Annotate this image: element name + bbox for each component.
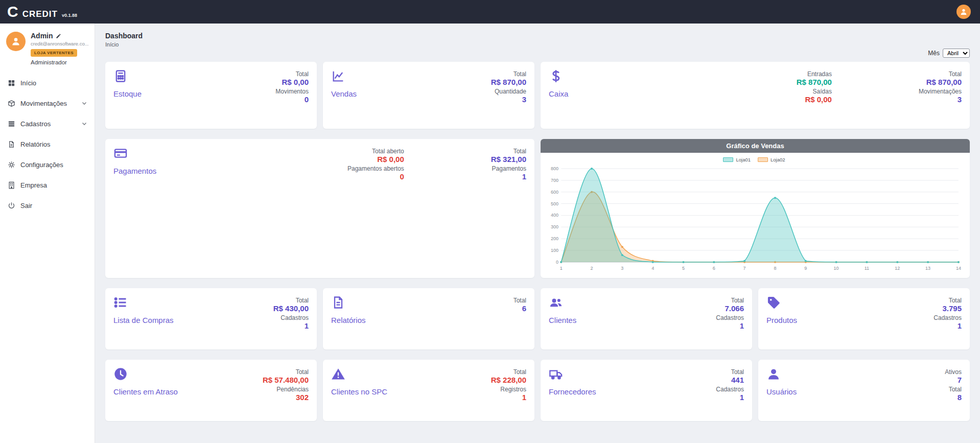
box-icon: [7, 99, 15, 107]
stat-value: 1: [491, 393, 526, 402]
sidebar-item-movimentacoes[interactable]: Movimentações: [0, 93, 95, 113]
profile-name: Admin: [31, 32, 53, 40]
svg-text:300: 300: [551, 224, 558, 229]
card-title: Lista de Compras: [113, 316, 174, 324]
card-fornecedores[interactable]: Fornecedores Total 441 Cadastros 1: [541, 360, 752, 421]
stat-label: Cadastros: [273, 314, 309, 321]
card-lista-de-compras[interactable]: Lista de Compras Total R$ 430,00 Cadastr…: [105, 288, 317, 349]
card-clientes[interactable]: Clientes Total 7.066 Cadastros 1: [541, 288, 752, 349]
card-pagamentos[interactable]: Pagamentos Total aberto R$ 0,00 Pagament…: [105, 139, 534, 278]
app-name: CREDIT: [22, 9, 58, 19]
sidebar-item-relatorios[interactable]: Relatórios: [0, 134, 95, 154]
svg-text:6: 6: [713, 266, 715, 271]
svg-text:10: 10: [834, 266, 839, 271]
card-vendas[interactable]: Vendas Total R$ 870,00 Quantidade 3: [323, 62, 534, 129]
svg-text:13: 13: [925, 266, 930, 271]
stat-value: R$ 870,00: [797, 78, 832, 86]
sidebar-item-label: Início: [20, 79, 87, 87]
stat-label: Total: [945, 386, 962, 393]
stat-value: 7.066: [716, 304, 744, 313]
store-badge: LOJA VERTENTES: [31, 49, 77, 57]
svg-text:4: 4: [651, 266, 654, 271]
profile-avatar: [6, 32, 26, 51]
tag-icon: [766, 295, 782, 311]
sidebar-item-empresa[interactable]: Empresa: [0, 175, 95, 195]
profile-card: Admin credit@anronsoftware.co... LOJA VE…: [0, 32, 95, 73]
stat-label: Total: [716, 368, 744, 376]
card-relatorios[interactable]: Relatórios Total 6: [323, 288, 534, 349]
stat-value: 7: [945, 376, 962, 384]
svg-text:0: 0: [556, 260, 558, 265]
svg-text:100: 100: [551, 248, 558, 253]
legend-label: Loja01: [736, 157, 751, 162]
layers-icon: [7, 120, 15, 128]
stat-label: Total: [491, 368, 526, 376]
stat-value: R$ 321,00: [491, 155, 526, 164]
stat-label: Registros: [491, 386, 526, 393]
card-caixa[interactable]: Caixa Entradas R$ 870,00 Saídas R$ 0,00 …: [541, 62, 970, 129]
edit-pencil-icon[interactable]: [56, 33, 61, 39]
stat-label: Total: [716, 297, 744, 304]
page-title: Dashboard: [105, 32, 970, 40]
card-title: Produtos: [766, 316, 797, 324]
legend-swatch-teal: [723, 157, 733, 162]
stat-label: Total: [491, 148, 526, 155]
gear-icon: [7, 160, 15, 169]
legend-item-loja02: Loja02: [758, 157, 785, 162]
chevron-down-icon: [81, 100, 87, 106]
grid-icon: [7, 79, 15, 87]
stat-label: Total: [514, 297, 526, 304]
stat-value: R$ 870,00: [919, 78, 962, 86]
card-usuarios[interactable]: Usuários Ativos 7 Total 8: [758, 360, 970, 421]
sidebar-item-label: Configurações: [20, 161, 87, 169]
sidebar-item-configuracoes[interactable]: Configurações: [0, 154, 95, 175]
card-title: Fornecedores: [549, 387, 596, 396]
calculator-icon: [113, 69, 129, 84]
sidebar-item-label: Movimentações: [20, 100, 76, 107]
app-logo: C: [7, 0, 18, 24]
svg-text:11: 11: [865, 266, 869, 271]
sidebar-item-cadastros[interactable]: Cadastros: [0, 113, 95, 134]
truck-icon: [549, 367, 564, 382]
card-title: Vendas: [331, 89, 357, 98]
chart-line-icon: [331, 69, 346, 84]
breadcrumb: Início: [105, 41, 970, 48]
stat-value: R$ 430,00: [273, 304, 309, 313]
svg-text:7: 7: [743, 266, 746, 271]
chart-title: Gráfico de Vendas: [541, 139, 970, 153]
card-title: Estoque: [113, 89, 142, 98]
svg-text:3: 3: [621, 266, 623, 271]
sales-area-chart: 0100200300400500600700800123456789101112…: [544, 165, 965, 273]
sidebar: Admin credit@anronsoftware.co... LOJA VE…: [0, 24, 95, 443]
stat-value: 6: [514, 304, 526, 313]
stat-value: 302: [263, 393, 309, 402]
card-title: Clientes: [549, 316, 576, 324]
card-title: Caixa: [549, 89, 568, 98]
sidebar-item-label: Cadastros: [20, 120, 76, 128]
card-estoque[interactable]: Estoque Total R$ 0,00 Movimentos 0: [105, 62, 317, 129]
stat-label: Pendências: [263, 386, 309, 393]
sidebar-item-label: Sair: [20, 202, 87, 209]
card-clientes-em-atraso[interactable]: Clientes em Atraso Total R$ 57.480,00 Pe…: [105, 360, 317, 421]
legend-swatch-orange: [758, 157, 768, 162]
stat-value: R$ 0,00: [347, 155, 404, 164]
topbar: C CREDIT v0.1.88: [0, 0, 980, 24]
month-select[interactable]: Abril: [943, 49, 970, 58]
topbar-user-avatar[interactable]: [956, 5, 971, 19]
svg-text:600: 600: [551, 190, 558, 195]
stat-label: Total: [263, 368, 309, 376]
file-icon: [331, 295, 346, 311]
stat-value: 3: [919, 95, 962, 104]
stat-value: R$ 0,00: [275, 78, 309, 86]
card-clientes-no-spc[interactable]: Clientes no SPC Total R$ 228,00 Registro…: [323, 360, 534, 421]
person-icon: [11, 36, 21, 46]
svg-text:5: 5: [682, 266, 685, 271]
sidebar-item-inicio[interactable]: Início: [0, 73, 95, 93]
card-title: Relatórios: [331, 316, 366, 324]
card-title: Clientes no SPC: [331, 387, 387, 396]
stat-value: 3: [491, 95, 526, 104]
stat-label: Quantidade: [491, 88, 526, 95]
sidebar-item-sair[interactable]: Sair: [0, 195, 95, 216]
stat-label: Total aberto: [347, 148, 404, 155]
card-produtos[interactable]: Produtos Total 3.795 Cadastros 1: [758, 288, 970, 349]
